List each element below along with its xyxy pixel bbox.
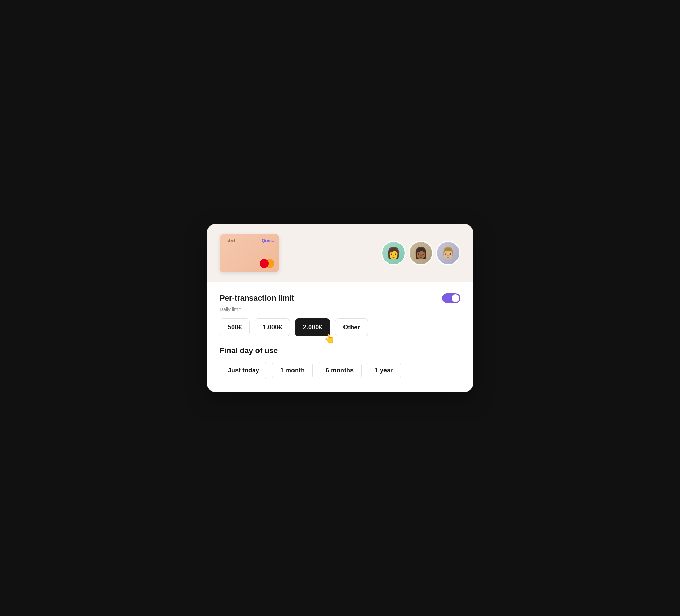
duration-btn-1year[interactable]: 1 year [367,362,401,379]
per-transaction-label: Per-transaction limit [220,294,294,303]
top-section: Instant Qonto 👩 👩🏾 👨🏼 [207,224,473,282]
per-transaction-toggle[interactable] [442,293,460,303]
duration-options-row: Just today 1 month 6 months 1 year [220,362,460,379]
limit-options-row: 500€ 1.000€ 2.000€ 👆 Other [220,318,460,336]
limit-btn-2000[interactable]: 2.000€ [295,318,330,336]
card-visual: Instant Qonto [220,234,279,272]
avatar-1: 👩 [381,241,406,265]
limit-btn-1000[interactable]: 1.000€ [255,318,290,336]
limit-btn-500[interactable]: 500€ [220,318,250,336]
bottom-section: Per-transaction limit Daily limit 500€ 1… [207,282,473,392]
toggle-knob [452,294,459,302]
duration-btn-6months[interactable]: 6 months [318,362,362,379]
limit-btn-other[interactable]: Other [335,318,368,336]
avatars-group: 👩 👩🏾 👨🏼 [381,241,460,265]
limit-btn-2000-wrapper: 2.000€ 👆 [295,318,330,336]
card-instant-label: Instant [225,239,235,243]
mastercard-icon [260,259,274,268]
final-day-label: Final day of use [220,346,460,355]
duration-btn-1month[interactable]: 1 month [272,362,313,379]
per-transaction-row: Per-transaction limit [220,293,460,303]
main-card: Instant Qonto 👩 👩🏾 👨🏼 [207,224,473,392]
qonto-logo-q: Q [262,238,265,243]
duration-btn-today[interactable]: Just today [220,362,267,379]
avatar-3-face: 👨🏼 [437,242,459,264]
mc-red-circle [260,259,269,268]
qonto-logo: Qonto [262,238,274,243]
avatar-2-face: 👩🏾 [410,242,432,264]
avatar-2: 👩🏾 [409,241,433,265]
avatar-1-face: 👩 [382,242,405,264]
daily-limit-label: Daily limit [220,307,460,312]
avatar-3: 👨🏼 [436,241,460,265]
qonto-logo-text: onto [265,238,274,243]
